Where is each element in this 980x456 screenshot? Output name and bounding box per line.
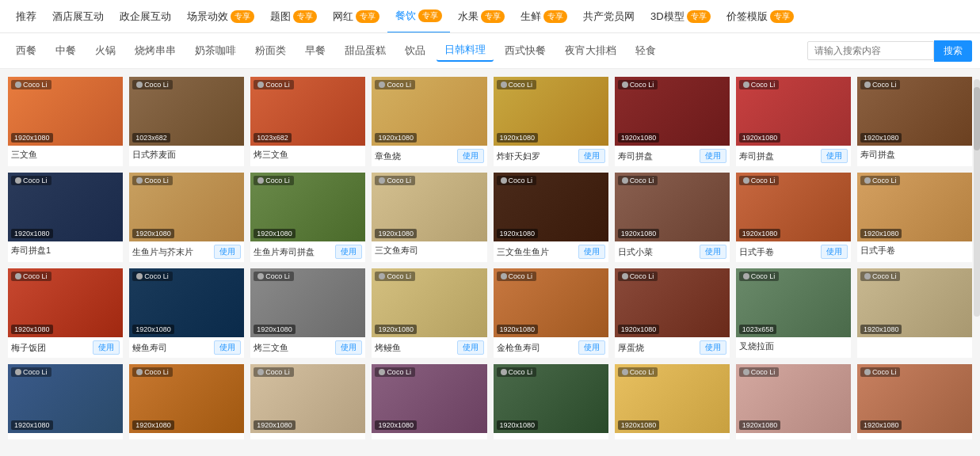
image-card[interactable]: Coco Li1920x1080烤鳗鱼使用 [372, 268, 486, 358]
image-card[interactable]: Coco Li1920x1080寿司拼盘使用 [615, 77, 730, 166]
nav-badge: 专享 [356, 10, 379, 23]
image-card[interactable]: Coco Li1920x1080生鱼片寿司拼盘使用 [250, 173, 365, 262]
sub-nav-item[interactable]: 西餐 [8, 40, 44, 61]
sub-nav-item[interactable]: 甜品蛋糕 [337, 40, 394, 61]
top-nav-item[interactable]: 题图专享 [262, 0, 325, 33]
image-card[interactable]: Coco Li1920x1080炸虾天妇罗使用 [494, 77, 608, 166]
sub-nav-item[interactable]: 中餐 [48, 40, 84, 61]
card-footer: 梅子饭团使用 [8, 337, 123, 358]
image-card[interactable]: Coco Li1920x1080金枪鱼寿司使用 [494, 268, 608, 358]
search-button[interactable]: 搜索 [934, 40, 972, 62]
user-icon [622, 273, 628, 279]
image-card[interactable]: Coco Li1920x1080 [372, 364, 486, 439]
card-footer [494, 433, 608, 439]
use-button[interactable]: 使用 [700, 245, 726, 259]
user-badge: Coco Li [497, 272, 537, 281]
user-badge: Coco Li [375, 367, 415, 377]
use-button[interactable]: 使用 [335, 340, 362, 355]
username-label: Coco Li [144, 177, 169, 184]
top-nav-item[interactable]: 推荐 [8, 0, 44, 33]
card-title: 寿司拼盘 [860, 149, 895, 161]
top-nav-item[interactable]: 政企展互动 [112, 0, 179, 33]
use-button[interactable]: 使用 [700, 340, 726, 355]
top-nav-item[interactable]: 场景动效专享 [179, 0, 262, 33]
top-nav-item[interactable]: 共产党员网 [575, 0, 643, 33]
scrollbar-thumb[interactable] [974, 87, 980, 150]
search-input[interactable] [807, 41, 934, 60]
search-bar: 搜索 [807, 40, 972, 62]
sub-nav-item[interactable]: 早餐 [297, 40, 334, 61]
top-nav-item[interactable]: 酒店展互动 [44, 0, 112, 33]
sub-nav-item[interactable]: 粉面类 [247, 40, 294, 61]
user-badge: Coco Li [11, 367, 51, 377]
image-card[interactable]: Coco Li1023x682日式荞麦面 [129, 77, 244, 166]
image-card[interactable]: Coco Li1920x1080鳗鱼寿司使用 [129, 268, 244, 358]
sub-nav-item[interactable]: 西式快餐 [497, 40, 554, 61]
top-nav-item[interactable]: 餐饮专享 [387, 0, 450, 33]
image-card[interactable]: Coco Li1920x1080梅子饭团使用 [8, 268, 123, 358]
user-badge: Coco Li [11, 272, 51, 281]
image-card[interactable]: Coco Li1920x1080 [615, 364, 730, 439]
sub-nav-item[interactable]: 饮品 [397, 40, 433, 61]
image-card[interactable]: Coco Li1920x1080 [736, 364, 851, 439]
top-nav-item[interactable]: 网红专享 [325, 0, 387, 33]
use-button[interactable]: 使用 [214, 340, 241, 355]
user-icon [15, 273, 21, 279]
sub-nav-item[interactable]: 轻食 [627, 40, 664, 61]
user-icon [622, 177, 628, 184]
sub-nav-item[interactable]: 奶茶咖啡 [187, 40, 244, 61]
image-card[interactable]: Coco Li1920x1080 [857, 268, 972, 358]
image-card[interactable]: Coco Li1920x1080 [494, 364, 608, 439]
sub-nav-item[interactable]: 烧烤串串 [127, 40, 184, 61]
top-nav-item[interactable]: 3D模型专享 [643, 0, 719, 33]
top-nav-item[interactable]: 价签模版专享 [719, 0, 802, 33]
image-card[interactable]: Coco Li1920x1080 [8, 364, 123, 439]
top-nav-item[interactable]: 生鲜专享 [513, 0, 575, 33]
use-button[interactable]: 使用 [457, 340, 484, 355]
use-button[interactable]: 使用 [578, 245, 605, 259]
use-button[interactable]: 使用 [821, 149, 848, 163]
image-card[interactable]: Coco Li1920x1080日式手卷 [857, 173, 972, 262]
image-card[interactable]: Coco Li1920x1080章鱼烧使用 [372, 77, 486, 166]
scrollbar[interactable] [974, 79, 980, 317]
user-badge: Coco Li [739, 367, 780, 377]
image-card[interactable]: Coco Li1920x1080日式手卷使用 [736, 173, 851, 262]
image-card[interactable]: Coco Li1920x1080寿司拼盘1 [8, 173, 123, 262]
user-badge: Coco Li [618, 176, 658, 185]
use-button[interactable]: 使用 [93, 340, 120, 355]
image-card[interactable]: Coco Li1920x1080厚蛋烧使用 [615, 268, 730, 358]
image-card[interactable]: Coco Li1920x1080寿司拼盘 [857, 77, 972, 166]
image-card[interactable]: Coco Li1920x1080三文鱼生鱼片使用 [494, 173, 608, 262]
card-footer: 三文鱼 [8, 146, 123, 164]
image-card[interactable]: Coco Li1920x1080寿司拼盘使用 [736, 77, 851, 166]
image-card[interactable]: Coco Li1920x1080日式小菜使用 [615, 173, 730, 262]
image-card[interactable]: Coco Li1023x658叉烧拉面 [736, 268, 851, 358]
use-button[interactable]: 使用 [821, 245, 848, 259]
user-icon [501, 177, 507, 184]
user-badge: Coco Li [11, 176, 51, 185]
use-button[interactable]: 使用 [578, 340, 605, 355]
use-button[interactable]: 使用 [578, 149, 605, 163]
image-size-badge: 1920x1080 [497, 133, 539, 142]
sub-nav-item[interactable]: 日韩料理 [437, 40, 494, 62]
card-footer: 厚蛋烧使用 [615, 337, 730, 358]
image-card[interactable]: Coco Li1920x1080烤三文鱼使用 [250, 268, 365, 358]
username-label: Coco Li [509, 177, 533, 184]
use-button[interactable]: 使用 [700, 149, 726, 163]
top-nav-item[interactable]: 水果专享 [450, 0, 513, 33]
image-card[interactable]: Coco Li1920x1080 [250, 364, 365, 439]
user-badge: Coco Li [860, 80, 901, 89]
sub-nav-item[interactable]: 夜宵大排档 [557, 40, 624, 61]
image-card[interactable]: Coco Li1920x1080 [129, 364, 244, 439]
image-card[interactable]: Coco Li1920x1080生鱼片与芥末片使用 [129, 173, 244, 262]
image-card[interactable]: Coco Li1023x682烤三文鱼 [250, 77, 365, 166]
image-card[interactable]: Coco Li1920x1080三文鱼 [8, 77, 123, 166]
use-button[interactable]: 使用 [335, 245, 362, 259]
use-button[interactable]: 使用 [214, 245, 241, 259]
image-size-badge: 1920x1080 [375, 133, 417, 142]
use-button[interactable]: 使用 [457, 149, 484, 163]
image-card[interactable]: Coco Li1920x1080三文鱼寿司 [372, 173, 486, 262]
sub-nav-item[interactable]: 火锅 [87, 40, 124, 61]
image-size-badge: 1920x1080 [497, 420, 539, 430]
image-card[interactable]: Coco Li1920x1080 [857, 364, 972, 439]
